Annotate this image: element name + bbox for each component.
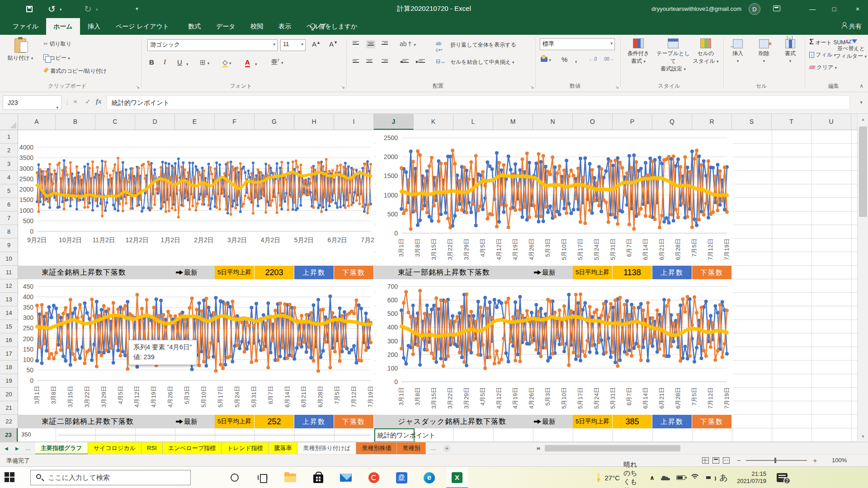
scroll-down-icon[interactable]: ▼ (858, 431, 868, 442)
ribbon-tab-5[interactable]: データ (209, 18, 243, 35)
sheet-nav-right-icon[interactable]: ▶ (15, 442, 19, 455)
share-button[interactable]: 共有 (842, 18, 862, 35)
sheet-nav-overflow-left[interactable]: … (25, 442, 31, 455)
decrease-decimal-button[interactable]: .00→ (603, 56, 614, 61)
sheet-tab-8[interactable]: 業種別株価 (356, 442, 397, 455)
weather-widget[interactable]: 27°C 晴れのちくもり (597, 467, 637, 488)
conditional-formatting-button[interactable]: 条件付き書式 ▾ (622, 38, 655, 65)
zoom-level[interactable]: 100% (832, 457, 847, 464)
column-headers[interactable]: ABCDEFGHIJKLMNOPQRSTU (18, 114, 857, 130)
row-header-14[interactable]: 14 (0, 306, 18, 320)
fill-handle[interactable] (413, 441, 415, 442)
battery-icon[interactable] (676, 467, 685, 488)
clear-button[interactable]: クリア ▾ (809, 64, 837, 71)
row-header-5[interactable]: 5 (0, 184, 18, 198)
column-header-H[interactable]: H (294, 114, 334, 130)
delete-cells-button[interactable]: × 削除▾ (752, 39, 776, 64)
clipboard-dialog-launcher-icon[interactable]: ↘ (136, 84, 140, 89)
row-header-22[interactable]: 22 (0, 415, 18, 428)
notification-center-icon[interactable]: 2 (777, 467, 788, 488)
align-center-icon[interactable] (366, 58, 373, 65)
column-header-P[interactable]: P (613, 114, 652, 130)
taskbar-search-input[interactable]: ここに入力して検索 (30, 470, 191, 485)
number-format-combo[interactable]: 標準▾ (540, 38, 615, 50)
merge-center-icon[interactable]: ⊟↔ (436, 58, 446, 65)
font-size-combo[interactable]: 11▾ (280, 39, 306, 51)
row-header-19[interactable]: 19 (0, 374, 18, 388)
sheet-tab-7[interactable]: 業種別張り付けば (297, 442, 356, 455)
row-header-4[interactable]: 4 (0, 171, 18, 184)
sheet-nav-left-icon[interactable]: ◀ (5, 442, 8, 455)
row-header-16[interactable]: 16 (0, 333, 18, 347)
store-icon[interactable] (307, 467, 329, 488)
bold-button[interactable]: B (149, 58, 154, 66)
insert-cells-button[interactable]: ← 挿入▾ (726, 39, 750, 64)
row-header-10[interactable]: 10 (0, 252, 18, 266)
column-header-C[interactable]: C (95, 114, 135, 130)
ribbon-tab-7[interactable]: 表示 (271, 18, 298, 35)
ribbon-tab-1[interactable]: ホーム (46, 18, 80, 35)
ribbon-display-options-icon[interactable] (773, 5, 780, 11)
column-header-L[interactable]: L (453, 114, 493, 130)
select-all-corner[interactable] (0, 114, 18, 130)
avatar[interactable]: D (749, 3, 760, 15)
sheet-tab-3[interactable]: RSI (142, 442, 163, 455)
ribbon-tab-6[interactable]: 校閲 (243, 18, 270, 35)
column-header-D[interactable]: D (135, 114, 175, 130)
chart-4[interactable]: 01002003004005006007003月1日3月8日3月15日3月22日… (377, 279, 733, 415)
fill-color-button[interactable]: ◇ ▾ (222, 58, 231, 66)
increase-indent-icon[interactable]: ▸ (416, 58, 425, 65)
volume-icon[interactable] (706, 467, 714, 488)
align-bottom-icon[interactable] (382, 40, 388, 47)
row-header-13[interactable]: 13 (0, 293, 18, 306)
name-box[interactable]: J23▾ (3, 95, 61, 110)
alignment-dialog-launcher-icon[interactable]: ↘ (530, 84, 534, 89)
shrink-font-button[interactable]: A▼ (329, 40, 338, 48)
formula-input[interactable]: 統計的ワンポイント (107, 95, 850, 110)
task-view-icon[interactable] (252, 467, 274, 488)
format-painter-button[interactable]: 書式のコピー/貼り付け (43, 67, 107, 75)
zoom-slider[interactable] (746, 460, 807, 461)
row-header-1[interactable]: 1 (0, 130, 18, 144)
column-header-F[interactable]: F (215, 114, 255, 130)
column-header-U[interactable]: U (811, 114, 851, 130)
collapse-ribbon-icon[interactable]: ∧ (859, 83, 863, 89)
cortana-icon[interactable] (224, 467, 245, 488)
ribbon-tab-3[interactable]: ページ レイアウト (108, 18, 176, 35)
account-email[interactable]: dryyourtearswithlove1@gmail.com (651, 5, 741, 12)
font-name-combo[interactable]: 游ゴシック▾ (147, 39, 278, 51)
chart-1[interactable]: 050010001500200025003000350040009月2日10月2… (18, 130, 374, 266)
start-button[interactable] (5, 472, 15, 483)
worksheet-grid[interactable]: 050010001500200025003000350040009月2日10月2… (18, 130, 857, 442)
column-header-T[interactable]: T (772, 114, 811, 130)
column-header-S[interactable]: S (732, 114, 772, 130)
row-header-7[interactable]: 7 (0, 211, 18, 225)
percent-style-button[interactable]: % (561, 56, 567, 63)
row-header-9[interactable]: 9 (0, 239, 18, 252)
column-header-I[interactable]: I (334, 114, 374, 130)
fill-button[interactable]: ↓ フィル ▾ (809, 51, 836, 59)
sheet-tab-9[interactable]: 業種別 (397, 442, 426, 455)
mail-icon[interactable] (335, 467, 357, 488)
format-as-table-button[interactable]: テーブルとして書式設定 ▾ (656, 38, 691, 73)
underline-button[interactable]: U (177, 58, 182, 66)
wrap-text-label[interactable]: 折り返して全体を表示する (450, 41, 516, 49)
page-layout-view-icon[interactable] (712, 457, 719, 464)
formula-bar-expand-icon[interactable]: ▾ (860, 99, 863, 105)
file-explorer-icon[interactable] (279, 467, 301, 488)
wrap-text-button[interactable]: abc↩ (436, 40, 443, 53)
cut-button[interactable]: ✂ 切り取り (43, 40, 71, 48)
column-header-J[interactable]: J (374, 114, 414, 130)
align-right-icon[interactable] (382, 58, 388, 65)
italic-button[interactable]: I (164, 58, 166, 66)
zoom-out-icon[interactable]: − (737, 456, 741, 464)
zoom-slider-thumb[interactable] (774, 458, 776, 463)
maximize-button[interactable]: □ (824, 0, 844, 18)
horizontal-scrollbar[interactable]: ◀ ▶ (533, 444, 854, 452)
normal-view-icon[interactable] (702, 457, 709, 464)
enter-icon[interactable]: ✓ (85, 98, 91, 106)
column-header-G[interactable]: G (255, 114, 294, 130)
format-cells-button[interactable]: |↔| 書式▾ (778, 39, 802, 64)
wifi-icon[interactable] (690, 467, 700, 488)
column-header-N[interactable]: N (533, 114, 573, 130)
